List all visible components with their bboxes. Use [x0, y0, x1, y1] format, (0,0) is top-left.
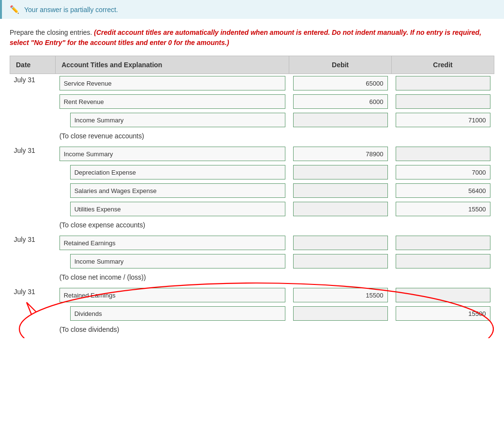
credit-cell [392, 74, 494, 93]
account-cell [56, 286, 289, 304]
table-row [10, 200, 494, 218]
table-row: July 31 [10, 145, 494, 163]
note-row: (To close expense accounts) [10, 218, 494, 234]
debit-input[interactable] [293, 76, 388, 90]
table-row [10, 111, 494, 129]
alert-banner: ✏️ Your answer is partially correct. [0, 0, 504, 19]
date-cell: July 31 [10, 234, 56, 252]
alert-text: Your answer is partially correct. [24, 6, 118, 14]
account-cell [56, 252, 289, 270]
debit-cell [289, 200, 392, 218]
account-cell [56, 200, 289, 218]
credit-input[interactable] [396, 202, 490, 216]
account-cell [56, 111, 289, 129]
header-credit: Credit [392, 56, 494, 74]
account-input[interactable] [59, 94, 285, 109]
credit-cell [392, 163, 494, 181]
note-text: (To close dividends) [56, 323, 494, 338]
note-row: (To close revenue accounts) [10, 129, 494, 145]
debit-input[interactable] [293, 165, 388, 179]
date-cell: July 31 [10, 145, 56, 163]
account-cell [56, 74, 289, 93]
credit-input[interactable] [396, 254, 490, 268]
account-input[interactable] [59, 76, 285, 90]
table-row [10, 304, 494, 323]
debit-cell [289, 181, 392, 200]
debit-cell [289, 74, 392, 93]
debit-input[interactable] [293, 147, 388, 161]
account-input[interactable] [59, 236, 285, 250]
note-row: (To close dividends) [10, 323, 494, 338]
debit-cell [289, 286, 392, 304]
credit-cell [392, 234, 494, 252]
instructions-block: Prepare the closing entries. (Credit acc… [0, 28, 504, 56]
credit-cell [392, 200, 494, 218]
credit-input[interactable] [396, 183, 490, 198]
credit-cell [392, 286, 494, 304]
account-cell [56, 304, 289, 323]
instructions-prefix: Prepare the closing entries. [10, 29, 94, 36]
debit-input[interactable] [293, 94, 388, 109]
header-debit: Debit [289, 56, 392, 74]
credit-input[interactable] [396, 306, 490, 321]
account-cell [56, 145, 289, 163]
debit-cell [289, 252, 392, 270]
credit-cell [392, 304, 494, 323]
account-input[interactable] [59, 147, 285, 161]
table-row: July 31 [10, 74, 494, 93]
credit-input[interactable] [396, 236, 490, 250]
account-input[interactable] [59, 288, 285, 302]
debit-input[interactable] [293, 183, 388, 198]
credit-cell [392, 181, 494, 200]
credit-input[interactable] [396, 288, 490, 302]
date-cell: July 31 [10, 286, 56, 304]
account-input[interactable] [70, 113, 285, 127]
account-input[interactable] [70, 306, 285, 321]
credit-input[interactable] [396, 165, 490, 179]
credit-input[interactable] [396, 147, 490, 161]
table-row: July 31 [10, 234, 494, 252]
account-cell [56, 234, 289, 252]
pencil-icon: ✏️ [10, 5, 19, 14]
credit-cell [392, 92, 494, 111]
table-row [10, 92, 494, 111]
main-content: Date Account Titles and Explanation Debi… [0, 56, 504, 338]
header-date: Date [10, 56, 56, 74]
note-text: (To close net income / (loss)) [56, 270, 494, 286]
account-cell [56, 181, 289, 200]
account-input[interactable] [70, 254, 285, 268]
account-cell [56, 92, 289, 111]
table-row [10, 181, 494, 200]
table-row [10, 163, 494, 181]
credit-cell [392, 111, 494, 129]
account-cell [56, 163, 289, 181]
debit-input[interactable] [293, 113, 388, 127]
debit-input[interactable] [293, 306, 388, 321]
credit-input[interactable] [396, 113, 490, 127]
debit-input[interactable] [293, 254, 388, 268]
note-text: (To close revenue accounts) [56, 129, 494, 145]
table-row: July 31 [10, 286, 494, 304]
credit-input[interactable] [396, 94, 490, 109]
credit-input[interactable] [396, 76, 490, 90]
note-row: (To close net income / (loss)) [10, 270, 494, 286]
note-text: (To close expense accounts) [56, 218, 494, 234]
credit-cell [392, 252, 494, 270]
debit-cell [289, 304, 392, 323]
account-input[interactable] [70, 165, 285, 179]
closing-entries-table: Date Account Titles and Explanation Debi… [10, 56, 494, 338]
header-account: Account Titles and Explanation [56, 56, 289, 74]
debit-input[interactable] [293, 288, 388, 302]
debit-cell [289, 111, 392, 129]
debit-cell [289, 163, 392, 181]
date-cell: July 31 [10, 74, 56, 93]
account-input[interactable] [70, 202, 285, 216]
debit-cell [289, 145, 392, 163]
debit-cell [289, 234, 392, 252]
debit-cell [289, 92, 392, 111]
account-input[interactable] [70, 183, 285, 198]
table-row [10, 252, 494, 270]
credit-cell [392, 145, 494, 163]
debit-input[interactable] [293, 236, 388, 250]
debit-input[interactable] [293, 202, 388, 216]
